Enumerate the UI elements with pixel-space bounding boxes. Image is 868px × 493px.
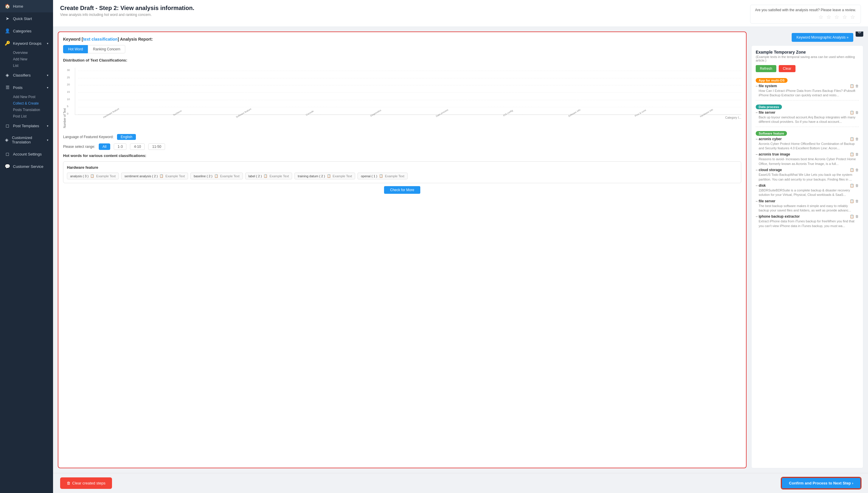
temp-item-delete-btn[interactable]: 🗑 (855, 110, 859, 114)
sidebar-item-label: Home (13, 4, 23, 8)
temp-item-copy-btn[interactable]: 📋 (850, 152, 854, 156)
keyword-mono-button[interactable]: Keyword Monographic Analysis » (792, 33, 853, 42)
sidebar-item-post-templates[interactable]: ◻ Post Templates ▾ (0, 120, 53, 132)
clear-steps-button[interactable]: 🗑 Clear created steps (60, 477, 112, 489)
temp-item-name[interactable]: acronis true image (756, 152, 790, 156)
range-all[interactable]: All (99, 144, 110, 150)
temp-item-delete-btn[interactable]: 🗑 (855, 84, 859, 88)
temp-item-name[interactable]: iphone backup extractor (756, 214, 800, 218)
sidebar-item-categories[interactable]: 👤 Categories (0, 25, 53, 37)
temp-item-delete-btn[interactable]: 🗑 (855, 184, 859, 188)
range-11-50[interactable]: 11-50 (148, 144, 165, 150)
temp-item-actions: 📋 🗑 (850, 110, 859, 114)
sidebar-item-collect-create[interactable]: Collect & Create (0, 100, 53, 107)
temp-item-copy-btn[interactable]: 📋 (850, 184, 854, 188)
sidebar-item-customized-translation[interactable]: ◈ Customized Translation ▾ (0, 132, 53, 148)
sidebar-item-classifiers[interactable]: ◈ Classifiers ▾ (0, 69, 53, 81)
temp-item-name[interactable]: file system (756, 84, 777, 88)
sidebar-item-label: Categories (13, 29, 32, 33)
analysis-tabs: Hot Word Ranking Concern (63, 45, 741, 53)
sidebar-item-customer-service[interactable]: 💬 Customer Service (0, 160, 53, 173)
posts-icon: ☰ (5, 85, 10, 90)
hw-example-btn[interactable]: Example Text (165, 174, 185, 178)
temp-item-text: Acronis Cyber Protect Home OfficeBest fo… (756, 142, 859, 151)
temp-item-name[interactable]: cloud storage (756, 168, 782, 172)
sidebar-item-account-settings[interactable]: ◻ Account Settings (0, 148, 53, 160)
sidebar-item-posts[interactable]: ☰ Posts ▾ (0, 81, 53, 94)
temp-item-delete-btn[interactable]: 🗑 (855, 214, 859, 218)
star-rating[interactable]: ☆ ☆ ☆ ☆ ☆ (755, 14, 856, 20)
confirm-next-step-button[interactable]: Confirm and Process to Next Step › (781, 477, 861, 489)
temp-item-delete-btn[interactable]: 🗑 (855, 168, 859, 172)
temp-item-delete-btn[interactable]: 🗑 (855, 199, 859, 203)
sidebar-item-home[interactable]: 🏠 Home (0, 0, 53, 13)
customized-translation-icon: ◈ (5, 137, 9, 143)
hw-grid: analysis ( 3 ) 📋 Example Text sentiment … (67, 173, 738, 179)
hw-example-btn[interactable]: Example Text (96, 174, 116, 178)
language-value-badge[interactable]: English (117, 134, 136, 140)
bar-group: Diagnostics (343, 111, 408, 114)
x-axis-label: Category I... (75, 116, 741, 119)
temp-item-name[interactable]: acronis cyber (756, 137, 782, 141)
chart-title: Distribution of Text Classifications: (63, 58, 741, 62)
clear-button[interactable]: Clear (779, 65, 795, 72)
temp-item-delete-btn[interactable]: 🗑 (855, 152, 859, 156)
category-tag-data: Data process (756, 105, 782, 109)
temp-item-text: Back up toyour owncloud account.Arq Back… (756, 115, 859, 124)
temp-zone-actions: Refresh Clear (756, 65, 859, 72)
sidebar-item-add-new-post[interactable]: Add New Post (0, 94, 53, 100)
analysis-title-prefix: Keyword [ (63, 37, 83, 42)
home-icon: 🏠 (5, 3, 10, 9)
temp-item-disk: disk 📋 🗑 2)BDRSuiteBDRSuite is a complet… (756, 184, 859, 197)
category-tag-app: App for multi-OS (756, 78, 788, 83)
clear-steps-label: Clear created steps (72, 481, 105, 485)
hw-example-btn[interactable]: Example Text (220, 174, 240, 178)
temp-item-delete-btn[interactable]: 🗑 (855, 137, 859, 141)
temp-item-copy-btn[interactable]: 📋 (850, 84, 854, 88)
temp-item-filesystem: file system 📋 🗑 How Can I Extract iPhone… (756, 84, 859, 98)
analysis-keyword[interactable]: text classification (83, 37, 118, 42)
temp-item-actions: 📋 🗑 (850, 199, 859, 203)
hw-word-6: openai ( 1 ) 📋 Example Text (357, 173, 407, 179)
sidebar-item-overview[interactable]: Overview (0, 49, 53, 56)
trash-icon: 🗑 (67, 481, 70, 485)
temp-item-name[interactable]: file server (756, 199, 776, 203)
range-1-3[interactable]: 1-3 (114, 144, 126, 150)
hw-word-label: openai ( 1 ) (361, 174, 377, 178)
bottom-bar: 🗑 Clear created steps Confirm and Proces… (53, 473, 868, 493)
analysis-title: Keyword [text classification] Analysis R… (63, 37, 741, 42)
sidebar-item-label: Classifiers (13, 73, 30, 78)
sidebar-item-quick-start[interactable]: ➤ Quick Start (0, 13, 53, 25)
temp-item-copy-btn[interactable]: 📋 (850, 214, 854, 218)
temp-item-name[interactable]: file server (756, 110, 776, 114)
temp-item-copy-btn[interactable]: 📋 (850, 110, 854, 114)
sidebar-item-posts-translation[interactable]: Posts Translation (0, 107, 53, 113)
hw-example-btn[interactable]: Example Text (333, 174, 352, 178)
range-label: Please select range: (63, 145, 95, 149)
hw-example-btn[interactable]: Example Text (385, 174, 405, 178)
sidebar-item-keyword-groups[interactable]: 🔑 Keyword Groups ▾ (0, 37, 53, 49)
categories-icon: 👤 (5, 28, 10, 34)
temp-category-data: Data process file server 📋 🗑 Back up toy… (756, 103, 859, 124)
tab-ranking-concern[interactable]: Ranking Concern (88, 45, 125, 53)
bar-group: Console (276, 111, 341, 114)
check-more-button[interactable]: Check for More (384, 186, 420, 194)
temp-item-copy-btn[interactable]: 📋 (850, 137, 854, 141)
settings-icon-button[interactable]: ⚙ (855, 31, 863, 37)
page-subtitle: View analysis info including hot word an… (60, 13, 194, 17)
temp-item-copy-btn[interactable]: 📋 (850, 168, 854, 172)
tab-hot-word[interactable]: Hot Word (63, 45, 88, 53)
refresh-button[interactable]: Refresh (756, 65, 776, 72)
range-4-10[interactable]: 4-10 (130, 144, 145, 150)
hw-example-btn[interactable]: Example Text (269, 174, 289, 178)
chevron-down-icon: ▾ (47, 124, 48, 128)
sidebar-item-post-list[interactable]: Post List (0, 113, 53, 120)
sidebar-item-label: Customized Translation (12, 135, 44, 144)
temp-item-text: Extract iPhone data from iTunes backup f… (756, 219, 859, 228)
sidebar-item-label: Keyword Groups (13, 41, 42, 46)
sidebar-item-add-new[interactable]: Add New (0, 56, 53, 62)
temp-item-name[interactable]: disk (756, 184, 766, 188)
bar-group: Hardware info (674, 111, 738, 114)
sidebar-item-list[interactable]: List (0, 62, 53, 69)
temp-item-copy-btn[interactable]: 📋 (850, 199, 854, 203)
